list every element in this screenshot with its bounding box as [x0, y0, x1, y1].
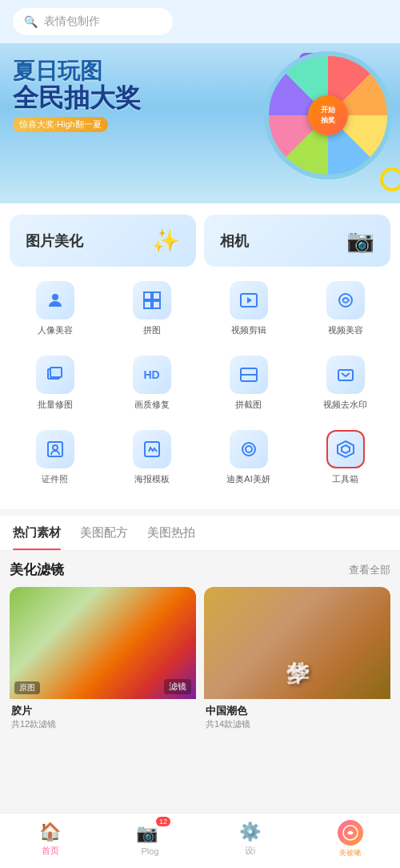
tab-beauty-recipe[interactable]: 美图配方 — [80, 516, 128, 550]
filter-card-leaves[interactable]: 原图 滤镜 胶片 共12款滤镜 — [10, 587, 196, 735]
nav-logo[interactable]: 美被嗮 — [322, 820, 378, 858]
svg-rect-4 — [153, 301, 160, 308]
search-icon: 🔍 — [24, 15, 38, 28]
video-beauty-label: 视频美容 — [328, 324, 363, 336]
id-photo-label: 证件照 — [42, 473, 68, 485]
portrait-label: 人像美容 — [38, 324, 73, 336]
plog-icon: 📷 — [136, 823, 158, 844]
video-edit-icon — [230, 281, 268, 319]
menu-item-watermark[interactable]: 视频去水印 — [300, 349, 390, 417]
tab-beauty-hot[interactable]: 美图热拍 — [147, 516, 195, 550]
menu-row-3: 证件照 海报模板 迪奥AI美妍 工具箱 — [10, 424, 390, 492]
settings-icon: ⚙️ — [239, 822, 261, 842]
menu-item-hd[interactable]: HD 画质修复 — [106, 349, 197, 417]
batch-label: 批量修图 — [38, 399, 73, 411]
svg-rect-9 — [50, 368, 62, 377]
search-input-wrap[interactable]: 🔍 表情包制作 — [13, 8, 173, 35]
batch-icon — [36, 356, 74, 394]
home-label: 首页 — [42, 845, 59, 857]
menu-item-collage[interactable]: 拼图 — [106, 275, 197, 343]
image-grid: 原图 滤镜 胶片 共12款滤镜 梦华 中国潮色 共14款滤镜 — [10, 587, 390, 735]
ai-beauty-icon — [230, 430, 268, 468]
camera-icon: 📷 — [346, 227, 374, 254]
camera-label: 相机 — [220, 231, 249, 251]
menu-item-camera[interactable]: 相机 📷 — [204, 215, 390, 267]
screenshot-icon — [230, 356, 268, 394]
menu-item-poster[interactable]: 海报模板 — [106, 424, 197, 492]
svg-marker-18 — [342, 445, 350, 453]
see-all-button[interactable]: 查看全部 — [349, 563, 390, 577]
menu-row-large: 图片美化 ✨ 相机 📷 — [10, 215, 390, 267]
menu-item-toolbox[interactable]: 工具箱 — [300, 424, 390, 492]
card-info-leaves: 胶片 共12款滤镜 — [10, 699, 196, 735]
spin-wheel-container[interactable]: 开始 抽奖 — [264, 51, 400, 195]
card-title-leaves: 胶片 — [11, 704, 194, 718]
svg-rect-3 — [144, 301, 151, 308]
app-logo — [338, 820, 363, 846]
poster-icon — [133, 430, 171, 468]
svg-marker-17 — [338, 441, 354, 457]
logo-label: 美被嗮 — [339, 848, 361, 858]
card-count-girl: 共14款滤镜 — [206, 718, 389, 730]
svg-rect-2 — [153, 292, 160, 299]
original-badge: 原图 — [14, 681, 40, 694]
svg-point-7 — [339, 294, 352, 307]
banner-content: 夏日玩图 全民抽大奖 惊喜大奖·High翻一夏 — [13, 59, 141, 132]
menu-item-portrait[interactable]: 人像美容 — [10, 275, 100, 343]
bottom-nav: 🏠 首页 📷 12 Plog ⚙️ 设i 美被嗮 — [0, 813, 400, 868]
tabs-section: 热门素材 美图配方 美图热拍 — [0, 516, 400, 551]
menu-row-2: 批量修图 HD 画质修复 拼截图 视频去水印 — [10, 349, 390, 417]
plog-label: Plog — [141, 846, 158, 856]
svg-rect-1 — [144, 292, 151, 299]
banner-subtitle: 惊喜大奖·High翻一夏 — [13, 117, 108, 132]
collage-icon — [133, 281, 171, 319]
menu-item-batch[interactable]: 批量修图 — [10, 349, 100, 417]
svg-rect-12 — [338, 370, 353, 380]
home-icon: 🏠 — [39, 822, 61, 842]
menu-item-id-photo[interactable]: 证件照 — [10, 424, 100, 492]
nav-settings[interactable]: ⚙️ 设i — [222, 822, 278, 857]
svg-marker-6 — [247, 297, 252, 303]
content-section: 美化滤镜 查看全部 原图 滤镜 胶片 共12款滤镜 梦华 中国潮色 共14款滤镜 — [0, 561, 400, 735]
wheel-ring — [380, 167, 400, 191]
menu-item-video-beauty[interactable]: 视频美容 — [300, 275, 390, 343]
card-info-girl: 中国潮色 共14款滤镜 — [204, 699, 390, 735]
toolbox-label: 工具箱 — [332, 473, 358, 485]
toolbox-icon — [326, 430, 365, 468]
beautify-icon: ✨ — [152, 227, 180, 254]
watermark-label: 视频去水印 — [323, 399, 367, 411]
nav-home[interactable]: 🏠 首页 — [22, 822, 78, 857]
id-photo-icon — [36, 430, 74, 468]
search-input[interactable]: 表情包制作 — [44, 14, 100, 29]
beautify-label: 图片美化 — [26, 231, 83, 251]
section-title: 美化滤镜 — [10, 561, 64, 579]
filter-thumb-girl: 梦华 — [204, 587, 390, 699]
filter-card-girl[interactable]: 梦华 中国潮色 共14款滤镜 — [204, 587, 390, 735]
banner-title: 夏日玩图 全民抽大奖 — [13, 59, 141, 112]
menu-row-1: 人像美容 拼图 视频剪辑 视频美容 — [10, 275, 390, 343]
hd-label: 画质修复 — [134, 399, 170, 411]
tab-hot-materials[interactable]: 热门素材 — [13, 516, 61, 550]
spin-center[interactable]: 开始 抽奖 — [308, 95, 348, 135]
card-title-girl: 中国潮色 — [206, 704, 389, 718]
watermark-icon — [326, 356, 365, 394]
hd-icon: HD — [133, 356, 171, 394]
video-beauty-icon — [326, 281, 365, 319]
filter-badge: 滤镜 — [164, 679, 191, 694]
menu-item-video-edit[interactable]: 视频剪辑 — [203, 275, 294, 343]
video-edit-label: 视频剪辑 — [231, 324, 266, 336]
section-header: 美化滤镜 查看全部 — [10, 561, 390, 579]
banner: 夏日玩图 全民抽大奖 惊喜大奖·High翻一夏 颜究榜 开始 抽奖 — [0, 43, 400, 203]
nav-plog[interactable]: 📷 12 Plog — [122, 823, 178, 856]
menu-item-ai-beauty[interactable]: 迪奥AI美妍 — [203, 424, 294, 492]
collage-label: 拼图 — [143, 324, 161, 336]
menu-item-beautify[interactable]: 图片美化 ✨ — [10, 215, 196, 267]
spin-wheel[interactable]: 开始 抽奖 — [264, 51, 392, 179]
svg-point-0 — [52, 294, 58, 300]
plog-badge: 12 — [156, 817, 170, 826]
ai-beauty-label: 迪奥AI美妍 — [226, 473, 270, 485]
filter-thumb-leaves: 原图 滤镜 — [10, 587, 196, 699]
screenshot-label: 拼截图 — [235, 399, 262, 411]
menu-item-screenshot[interactable]: 拼截图 — [203, 349, 294, 417]
card-count-leaves: 共12款滤镜 — [11, 718, 194, 730]
